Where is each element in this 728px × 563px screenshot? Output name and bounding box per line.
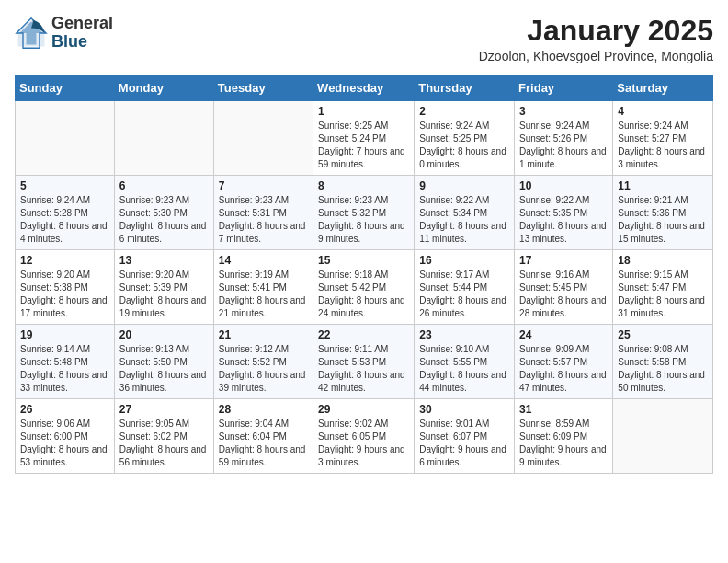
calendar-cell (213, 101, 313, 176)
day-number: 25 (618, 328, 708, 341)
calendar-cell: 12Sunrise: 9:20 AM Sunset: 5:38 PM Dayli… (16, 250, 115, 325)
calendar-cell: 23Sunrise: 9:10 AM Sunset: 5:55 PM Dayli… (415, 325, 515, 399)
day-info: Sunrise: 9:23 AM Sunset: 5:31 PM Dayligh… (219, 194, 308, 246)
day-number: 8 (318, 179, 409, 192)
calendar-week-row: 5Sunrise: 9:24 AM Sunset: 5:28 PM Daylig… (16, 176, 713, 250)
logo-icon (15, 17, 48, 50)
weekday-header: Tuesday (213, 75, 313, 101)
day-info: Sunrise: 9:21 AM Sunset: 5:36 PM Dayligh… (618, 194, 708, 246)
weekday-header: Sunday (16, 75, 115, 101)
calendar-cell: 5Sunrise: 9:24 AM Sunset: 5:28 PM Daylig… (16, 176, 115, 250)
day-info: Sunrise: 9:24 AM Sunset: 5:27 PM Dayligh… (618, 120, 708, 171)
day-number: 4 (618, 105, 708, 118)
calendar-cell: 22Sunrise: 9:11 AM Sunset: 5:53 PM Dayli… (313, 325, 415, 399)
calendar-cell: 14Sunrise: 9:19 AM Sunset: 5:41 PM Dayli… (213, 250, 313, 325)
day-number: 7 (219, 179, 308, 192)
day-number: 2 (419, 105, 509, 118)
day-number: 11 (618, 179, 708, 192)
calendar-cell: 21Sunrise: 9:12 AM Sunset: 5:52 PM Dayli… (213, 325, 313, 399)
day-number: 26 (20, 403, 109, 416)
day-info: Sunrise: 9:04 AM Sunset: 6:04 PM Dayligh… (219, 418, 308, 469)
day-number: 5 (20, 179, 109, 192)
day-info: Sunrise: 9:24 AM Sunset: 5:26 PM Dayligh… (519, 120, 608, 171)
location-subtitle: Dzoolon, Khoevsgoel Province, Mongolia (479, 49, 713, 63)
calendar-cell: 3Sunrise: 9:24 AM Sunset: 5:26 PM Daylig… (515, 101, 613, 176)
calendar-cell: 30Sunrise: 9:01 AM Sunset: 6:07 PM Dayli… (415, 399, 515, 474)
calendar-cell (613, 399, 713, 474)
calendar-cell: 10Sunrise: 9:22 AM Sunset: 5:35 PM Dayli… (515, 176, 613, 250)
day-info: Sunrise: 9:24 AM Sunset: 5:25 PM Dayligh… (419, 120, 509, 171)
day-info: Sunrise: 9:23 AM Sunset: 5:32 PM Dayligh… (318, 194, 409, 246)
calendar-week-row: 19Sunrise: 9:14 AM Sunset: 5:48 PM Dayli… (16, 325, 713, 399)
calendar-header-row: SundayMondayTuesdayWednesdayThursdayFrid… (16, 75, 713, 101)
calendar-week-row: 26Sunrise: 9:06 AM Sunset: 6:00 PM Dayli… (16, 399, 713, 474)
day-info: Sunrise: 9:09 AM Sunset: 5:57 PM Dayligh… (519, 343, 608, 395)
calendar-cell: 15Sunrise: 9:18 AM Sunset: 5:42 PM Dayli… (313, 250, 415, 325)
day-info: Sunrise: 9:02 AM Sunset: 6:05 PM Dayligh… (318, 418, 409, 469)
day-number: 23 (419, 328, 509, 341)
day-number: 28 (219, 403, 308, 416)
day-info: Sunrise: 8:59 AM Sunset: 6:09 PM Dayligh… (519, 418, 608, 469)
calendar-cell: 26Sunrise: 9:06 AM Sunset: 6:00 PM Dayli… (16, 399, 115, 474)
day-number: 14 (219, 254, 308, 267)
calendar-cell: 16Sunrise: 9:17 AM Sunset: 5:44 PM Dayli… (415, 250, 515, 325)
day-number: 9 (419, 179, 509, 192)
day-info: Sunrise: 9:11 AM Sunset: 5:53 PM Dayligh… (318, 343, 409, 395)
logo-blue: Blue (51, 33, 113, 52)
day-number: 30 (419, 403, 509, 416)
calendar-week-row: 1Sunrise: 9:25 AM Sunset: 5:24 PM Daylig… (16, 101, 713, 176)
logo: General Blue (15, 15, 113, 52)
calendar-table: SundayMondayTuesdayWednesdayThursdayFrid… (15, 75, 713, 474)
day-info: Sunrise: 9:10 AM Sunset: 5:55 PM Dayligh… (419, 343, 509, 395)
calendar-cell (16, 101, 115, 176)
calendar-cell: 18Sunrise: 9:15 AM Sunset: 5:47 PM Dayli… (613, 250, 713, 325)
calendar-cell (114, 101, 213, 176)
day-number: 10 (519, 179, 608, 192)
calendar-cell: 20Sunrise: 9:13 AM Sunset: 5:50 PM Dayli… (114, 325, 213, 399)
day-number: 18 (618, 254, 708, 267)
day-info: Sunrise: 9:18 AM Sunset: 5:42 PM Dayligh… (318, 269, 409, 320)
day-number: 29 (318, 403, 409, 416)
day-number: 3 (519, 105, 608, 118)
calendar-cell: 24Sunrise: 9:09 AM Sunset: 5:57 PM Dayli… (515, 325, 613, 399)
day-info: Sunrise: 9:15 AM Sunset: 5:47 PM Dayligh… (618, 269, 708, 320)
month-title: January 2025 (479, 15, 713, 47)
day-number: 31 (519, 403, 608, 416)
calendar-cell: 1Sunrise: 9:25 AM Sunset: 5:24 PM Daylig… (313, 101, 415, 176)
day-info: Sunrise: 9:24 AM Sunset: 5:28 PM Dayligh… (20, 194, 109, 246)
day-info: Sunrise: 9:23 AM Sunset: 5:30 PM Dayligh… (119, 194, 209, 246)
day-number: 16 (419, 254, 509, 267)
day-number: 15 (318, 254, 409, 267)
day-info: Sunrise: 9:01 AM Sunset: 6:07 PM Dayligh… (419, 418, 509, 469)
day-info: Sunrise: 9:12 AM Sunset: 5:52 PM Dayligh… (219, 343, 308, 395)
calendar-cell: 29Sunrise: 9:02 AM Sunset: 6:05 PM Dayli… (313, 399, 415, 474)
day-info: Sunrise: 9:17 AM Sunset: 5:44 PM Dayligh… (419, 269, 509, 320)
day-info: Sunrise: 9:19 AM Sunset: 5:41 PM Dayligh… (219, 269, 308, 320)
calendar-cell: 28Sunrise: 9:04 AM Sunset: 6:04 PM Dayli… (213, 399, 313, 474)
day-number: 21 (219, 328, 308, 341)
day-number: 6 (119, 179, 209, 192)
day-info: Sunrise: 9:13 AM Sunset: 5:50 PM Dayligh… (119, 343, 209, 395)
day-info: Sunrise: 9:22 AM Sunset: 5:34 PM Dayligh… (419, 194, 509, 246)
day-number: 20 (119, 328, 209, 341)
calendar-cell: 31Sunrise: 8:59 AM Sunset: 6:09 PM Dayli… (515, 399, 613, 474)
day-info: Sunrise: 9:20 AM Sunset: 5:38 PM Dayligh… (20, 269, 109, 320)
day-number: 1 (318, 105, 409, 118)
day-number: 19 (20, 328, 109, 341)
calendar-cell: 7Sunrise: 9:23 AM Sunset: 5:31 PM Daylig… (213, 176, 313, 250)
calendar-cell: 19Sunrise: 9:14 AM Sunset: 5:48 PM Dayli… (16, 325, 115, 399)
day-info: Sunrise: 9:08 AM Sunset: 5:58 PM Dayligh… (618, 343, 708, 395)
calendar-week-row: 12Sunrise: 9:20 AM Sunset: 5:38 PM Dayli… (16, 250, 713, 325)
day-number: 27 (119, 403, 209, 416)
calendar-cell: 6Sunrise: 9:23 AM Sunset: 5:30 PM Daylig… (114, 176, 213, 250)
calendar-cell: 17Sunrise: 9:16 AM Sunset: 5:45 PM Dayli… (515, 250, 613, 325)
day-info: Sunrise: 9:16 AM Sunset: 5:45 PM Dayligh… (519, 269, 608, 320)
day-info: Sunrise: 9:14 AM Sunset: 5:48 PM Dayligh… (20, 343, 109, 395)
weekday-header: Saturday (613, 75, 713, 101)
day-number: 13 (119, 254, 209, 267)
day-number: 22 (318, 328, 409, 341)
day-info: Sunrise: 9:25 AM Sunset: 5:24 PM Dayligh… (318, 120, 409, 171)
calendar-cell: 13Sunrise: 9:20 AM Sunset: 5:39 PM Dayli… (114, 250, 213, 325)
weekday-header: Wednesday (313, 75, 415, 101)
logo-general: General (51, 15, 113, 33)
